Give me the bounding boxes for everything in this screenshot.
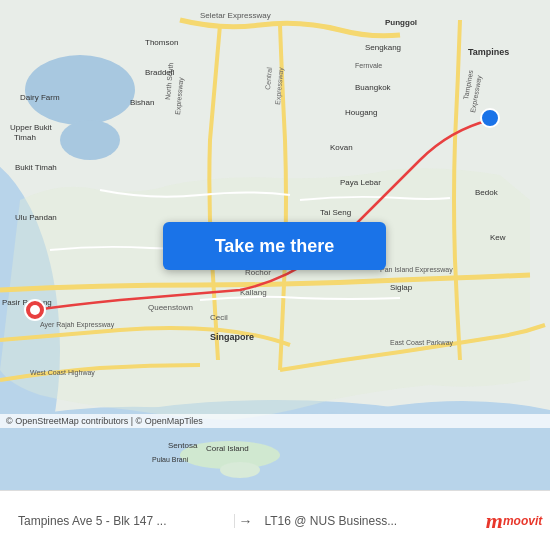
svg-text:Kovan: Kovan — [330, 143, 353, 152]
svg-text:Paya Lebar: Paya Lebar — [340, 178, 381, 187]
svg-text:Kew: Kew — [490, 233, 506, 242]
svg-text:Sengkang: Sengkang — [365, 43, 401, 52]
svg-text:Braddell: Braddell — [145, 68, 175, 77]
svg-point-50 — [481, 109, 499, 127]
arrow-icon: → — [235, 513, 257, 529]
svg-text:Pan Island Expressway: Pan Island Expressway — [380, 266, 453, 274]
svg-text:Buangkok: Buangkok — [355, 83, 392, 92]
svg-text:Ulu Pandan: Ulu Pandan — [15, 213, 57, 222]
svg-text:Ayer Rajah Expressway: Ayer Rajah Expressway — [40, 321, 115, 329]
take-me-there-button[interactable]: Take me there — [163, 222, 386, 270]
svg-text:Queenstown: Queenstown — [148, 303, 193, 312]
svg-text:Bedok: Bedok — [475, 188, 499, 197]
svg-text:Thomson: Thomson — [145, 38, 178, 47]
svg-text:Cecil: Cecil — [210, 313, 228, 322]
svg-text:Fernvale: Fernvale — [355, 62, 382, 69]
svg-text:Siglap: Siglap — [390, 283, 413, 292]
svg-text:Tampines: Tampines — [468, 47, 509, 57]
svg-text:Sentosa: Sentosa — [168, 441, 198, 450]
moovit-m-icon: m — [486, 508, 503, 534]
moovit-logo: m moovit — [480, 508, 540, 534]
destination-label: LT16 @ NUS Business... — [265, 514, 473, 528]
svg-text:East Coast Parkway: East Coast Parkway — [390, 339, 454, 347]
svg-text:Bukit Timah: Bukit Timah — [15, 163, 57, 172]
attribution-text: © OpenStreetMap contributors | © OpenMap… — [6, 416, 203, 426]
svg-text:Timah: Timah — [14, 133, 36, 142]
svg-point-52 — [30, 305, 40, 315]
svg-text:Seletar Expressway: Seletar Expressway — [200, 11, 271, 20]
destination-box: LT16 @ NUS Business... — [257, 514, 481, 528]
svg-text:Tai Seng: Tai Seng — [320, 208, 351, 217]
map-container: Seletar Expressway North South Expresswa… — [0, 0, 550, 490]
origin-box: Tampines Ave 5 - Blk 147 ... — [10, 514, 235, 528]
svg-text:Punggol: Punggol — [385, 18, 417, 27]
bottom-bar: Tampines Ave 5 - Blk 147 ... → LT16 @ NU… — [0, 490, 550, 550]
svg-point-3 — [25, 55, 135, 125]
moovit-brand-text: moovit — [503, 514, 542, 528]
svg-text:West Coast Highway: West Coast Highway — [30, 369, 95, 377]
map-attribution: © OpenStreetMap contributors | © OpenMap… — [0, 414, 550, 428]
svg-point-4 — [60, 120, 120, 160]
svg-text:Dairy Farm: Dairy Farm — [20, 93, 60, 102]
svg-text:Coral Island: Coral Island — [206, 444, 249, 453]
svg-text:Pulau Brani: Pulau Brani — [152, 456, 189, 463]
svg-text:Upper Bukit: Upper Bukit — [10, 123, 53, 132]
svg-text:Hougang: Hougang — [345, 108, 377, 117]
svg-text:Singapore: Singapore — [210, 332, 254, 342]
origin-label: Tampines Ave 5 - Blk 147 ... — [18, 514, 226, 528]
svg-point-6 — [220, 462, 260, 478]
svg-text:Bishan: Bishan — [130, 98, 154, 107]
